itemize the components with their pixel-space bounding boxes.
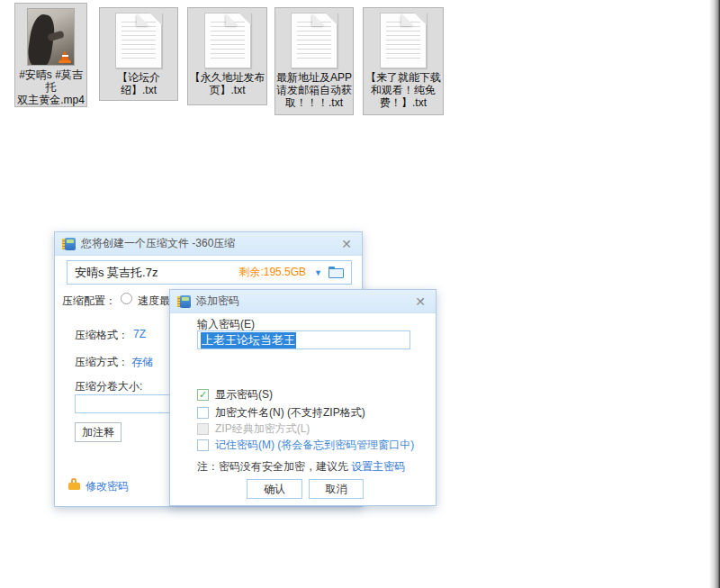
confirm-button[interactable]: 确认 xyxy=(247,479,302,499)
dialog-title: 添加密码 xyxy=(196,294,412,309)
file-item-txt-1[interactable]: 【论坛介绍】.txt xyxy=(99,7,178,101)
text-file-icon xyxy=(115,13,162,68)
change-password-link[interactable]: 修改密码 xyxy=(86,479,129,494)
file-label: #安晴s #莫吉托 双主黄金.mp4 xyxy=(15,68,86,106)
volume-size-label: 压缩分卷大小: xyxy=(75,379,142,394)
format-value-link[interactable]: 7Z xyxy=(133,328,146,340)
method-label: 压缩方式： xyxy=(75,355,129,370)
chevron-down-icon[interactable]: ▼ xyxy=(314,268,322,277)
password-input[interactable]: 上老王论坛当老王 xyxy=(197,330,410,349)
360zip-app-icon xyxy=(177,295,191,308)
file-label: 【永久地址发布 页】.txt xyxy=(188,71,266,96)
close-icon[interactable]: ✕ xyxy=(412,294,428,310)
disk-remaining-label: 剩余:195.5GB xyxy=(238,265,306,280)
dialog-titlebar[interactable]: 添加密码 ✕ xyxy=(170,290,436,313)
file-item-txt-3[interactable]: 最新地址及APP 请发邮箱自动获 取！！！.txt xyxy=(274,7,354,115)
360zip-app-icon xyxy=(62,238,76,250)
add-comment-button[interactable]: 加注释 xyxy=(75,422,122,442)
file-item-txt-4[interactable]: 【来了就能下载 和观看！纯免 费！】.txt xyxy=(363,7,444,115)
browse-folder-icon[interactable] xyxy=(328,267,344,278)
set-master-password-link[interactable]: 设置主密码 xyxy=(351,460,405,473)
file-item-txt-2[interactable]: 【永久地址发布 页】.txt xyxy=(187,7,267,105)
file-label: 最新地址及APP 请发邮箱自动获 取！！！.txt xyxy=(275,71,353,109)
cancel-button[interactable]: 取消 xyxy=(309,479,364,499)
vlc-cone-icon xyxy=(58,50,71,63)
checkbox-encrypt-filenames[interactable]: 加密文件名(N) (不支持ZIP格式) xyxy=(197,405,365,421)
method-value-link[interactable]: 存储 xyxy=(131,355,153,370)
radio-fastest[interactable] xyxy=(121,293,132,304)
checkbox-zip-classic: ZIP经典加密方式(L) xyxy=(197,421,310,437)
close-icon[interactable]: ✕ xyxy=(338,236,355,252)
archive-filename-value[interactable]: 安晴s 莫吉托.7z xyxy=(75,265,238,281)
file-label: 【来了就能下载 和观看！纯免 费！】.txt xyxy=(364,71,443,109)
add-password-dialog: 添加密码 ✕ 输入密码(E) 上老王论坛当老王 ✓ 显示密码(S) 加密文件名(… xyxy=(169,289,436,506)
dialog-title: 您将创建一个压缩文件 -360压缩 xyxy=(81,236,338,251)
archive-filename-field[interactable]: 安晴s 莫吉托.7z 剩余:195.5GB ▼ xyxy=(67,260,352,285)
video-thumbnail xyxy=(27,8,75,66)
password-selected-text: 上老王论坛当老王 xyxy=(201,332,296,348)
checkbox-show-password[interactable]: ✓ 显示密码(S) xyxy=(197,387,273,403)
format-label: 压缩格式： xyxy=(75,328,129,343)
note-text: 注：密码没有安全加密，建议先 xyxy=(197,460,351,473)
lock-icon xyxy=(68,478,80,490)
checkbox-remember-password[interactable]: 记住密码(M) (将会备忘到密码管理窗口中) xyxy=(197,438,414,453)
config-label: 压缩配置： xyxy=(62,294,116,309)
text-file-icon xyxy=(291,13,338,68)
security-note: 注：密码没有安全加密，建议先 设置主密码 xyxy=(197,459,405,475)
text-file-icon xyxy=(380,13,427,68)
screen-right-edge xyxy=(709,0,720,588)
dialog-titlebar[interactable]: 您将创建一个压缩文件 -360压缩 ✕ xyxy=(55,232,362,256)
text-file-icon xyxy=(204,13,251,68)
file-item-video[interactable]: #安晴s #莫吉托 双主黄金.mp4 xyxy=(14,3,87,107)
file-label: 【论坛介绍】.txt xyxy=(100,71,177,96)
